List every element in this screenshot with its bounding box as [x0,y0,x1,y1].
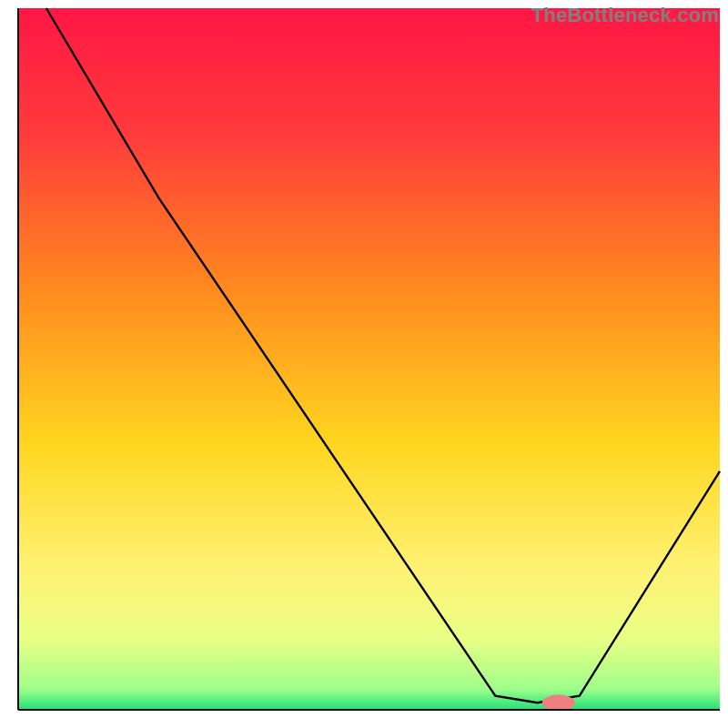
optimal-marker [542,694,575,711]
bottleneck-chart: TheBottleneck.com [0,0,728,728]
plot-background [18,8,720,710]
attribution-label: TheBottleneck.com [531,4,719,27]
chart-svg [0,0,728,728]
